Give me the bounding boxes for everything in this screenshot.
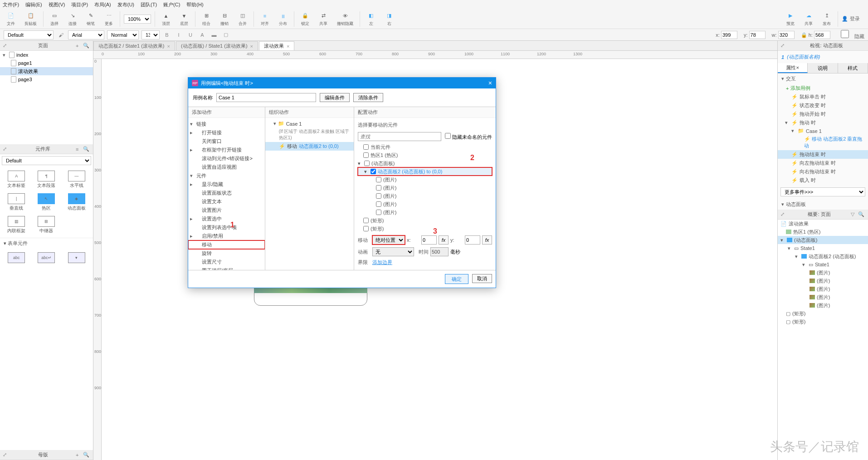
event-load[interactable]: ⚡ 载入 时 [778,176,868,185]
paint-icon[interactable]: 🖌 [56,30,65,39]
outline-rect[interactable]: ▢ (矩形) [778,318,868,326]
canvas-tab[interactable]: 动态面板2 / State1 (滚动效果)× [93,41,175,50]
move-type-select[interactable]: 绝对位置 [372,235,405,245]
menu-team[interactable]: 团队(T) [141,1,157,8]
collapse-icon[interactable]: ⤢ [3,452,10,458]
canvas-tab-active[interactable]: 滚动效果× [259,41,294,50]
tool-distribute[interactable]: ⫼分布 [276,11,290,27]
action-group-links[interactable]: ▾链接 [188,120,265,128]
add-boundary-link[interactable]: 添加边界 [372,259,392,266]
outline-image[interactable]: (图片) [778,301,868,309]
color-icon[interactable]: A [198,30,207,39]
action-setlistselected[interactable]: 设置列表选中项 [188,223,265,232]
outline-image[interactable]: (图片) [778,293,868,301]
org-action-move[interactable]: ⚡移动 动态面板2 to (0,0) [265,142,354,151]
widget-textfield[interactable]: abc [2,250,31,265]
tool-cloud[interactable]: ☁共享 [801,11,816,27]
outline-image[interactable]: (图片) [778,277,868,285]
tool-front[interactable]: ▲顶层 [159,11,173,27]
event-onclick[interactable]: ⚡ 鼠标单击 时 [778,93,868,101]
library-select[interactable]: Default [2,156,91,165]
search-icon[interactable]: 🔍 [83,146,90,152]
sitemap-page[interactable]: page1 [0,59,93,67]
event-swipeleft[interactable]: ⚡ 向左拖动结束 时 [778,159,868,167]
widget-hline[interactable]: —水平线 [62,169,91,191]
action-setselected[interactable]: ▸设置选中 [188,215,265,223]
event-statechange[interactable]: ⚡ 状态改变 时 [778,101,868,110]
tool-align[interactable]: ≡对齐 [258,11,272,27]
interaction-section[interactable]: ▾交互 [778,73,868,84]
login-link[interactable]: 👤登录 [842,15,864,22]
dynamic-panel-section[interactable]: ▾动态面板 [778,199,868,210]
menu-arrange[interactable]: 布局(A) [94,1,111,8]
search-icon[interactable]: 🔍 [83,452,90,458]
widget-droplist[interactable]: ▾ [62,250,91,265]
tab-notes[interactable]: 说明 [808,63,838,73]
action-rotate[interactable]: 旋转 [188,249,265,258]
wt-rect[interactable]: (矩形) [358,216,492,225]
wt-current[interactable]: 当前元件 [358,143,492,151]
widget-search-input[interactable] [358,132,441,141]
collapse-icon[interactable]: ⤢ [3,43,10,49]
tool-group[interactable]: ⊞组合 [199,11,214,27]
tool-unhide[interactable]: 👁撤销隐藏 [334,11,356,27]
border-icon[interactable]: ▢ [221,30,230,39]
tab-properties[interactable]: 属性 × [778,63,808,73]
tool-right[interactable]: ◨右 [382,11,396,27]
coord-w-input[interactable] [778,31,795,39]
action-move[interactable]: 移动 [188,240,265,249]
org-case[interactable]: ▾📁 Case 1 [265,120,354,127]
action-settext[interactable]: 设置文本 [188,197,265,206]
tool-left[interactable]: ◧左 [364,11,378,27]
menu-file[interactable]: 文件(F) [3,1,19,8]
action-enable[interactable]: ▸启用/禁用 [188,232,265,240]
outline-image[interactable]: (图片) [778,269,868,277]
wt-dynpanel2-selected[interactable]: ▾动态面板2 (动态面板) to (0,0) [358,167,492,176]
anim-select[interactable]: 无 [372,247,414,256]
close-icon[interactable]: × [287,44,289,49]
tool-back[interactable]: ▼底层 [177,11,191,27]
event-case[interactable]: ▾📁 Case 1 [778,127,868,135]
action-openlink[interactable]: ▸打开链接 [188,128,265,137]
widget-vline[interactable]: |垂直线 [2,191,31,213]
widget-repeater[interactable]: ⊞中继器 [32,214,61,236]
x-input[interactable] [421,235,437,245]
case-name-input[interactable] [216,93,316,102]
outline-hotzone[interactable]: 热区1 (热区) [778,228,868,236]
outline-state[interactable]: ▾▭ State1 [778,244,868,252]
wt-image[interactable]: (图片) [358,200,492,208]
zoom-select[interactable]: 100% [124,15,151,24]
event-drag[interactable]: ▾⚡ 拖动 时 [778,118,868,127]
canvas-tab[interactable]: (动态面板) / State1 (滚动效果)× [176,41,258,50]
action-closewindow[interactable]: 关闭窗口 [188,137,265,146]
event-swiperight[interactable]: ⚡ 向右拖动结束 时 [778,167,868,176]
action-panelstate[interactable]: 设置面板状态 [188,189,265,197]
outline-rect[interactable]: ▢ (矩形) [778,309,868,318]
weight-select[interactable]: Normal [107,30,139,39]
dialog-titlebar[interactable]: RP 用例编辑<拖动结束 时> × [188,78,496,88]
hide-unnamed-checkbox[interactable]: 隐藏未命名的元件 [445,133,492,141]
wt-image[interactable]: (图片) [358,192,492,200]
fill-icon[interactable]: ▬ [210,30,219,39]
add-case-link[interactable]: +添加用例 [778,84,868,93]
tool-merge[interactable]: ◫合并 [235,11,250,27]
widget-paragraph[interactable]: ¶文本段落 [32,169,61,191]
tool-more[interactable]: ⋯更多 [102,11,116,27]
close-icon[interactable]: × [167,44,170,49]
font-select[interactable]: Arial [68,30,104,39]
style-preset[interactable]: Default [4,30,54,39]
search-icon[interactable]: 🔍 [83,43,90,49]
coord-x-input[interactable] [721,31,737,39]
tool-preview[interactable]: ▶预览 [783,11,798,27]
tab-style[interactable]: 样式 [838,63,868,73]
underline-icon[interactable]: U [186,30,195,39]
ok-button[interactable]: 确定 [445,274,468,284]
menu-account[interactable]: 账户(C) [163,1,180,8]
action-showhide[interactable]: ▸显示/隐藏 [188,180,265,189]
widget-label[interactable]: A文本标签 [2,169,31,191]
action-setimage[interactable]: 设置图片 [188,206,265,215]
widget-iframe[interactable]: ▥内联框架 [2,214,31,236]
menu-help[interactable]: 帮助(H) [186,1,203,8]
outline-image[interactable]: (图片) [778,285,868,293]
tool-ungroup[interactable]: ⊟撤销 [217,11,232,27]
